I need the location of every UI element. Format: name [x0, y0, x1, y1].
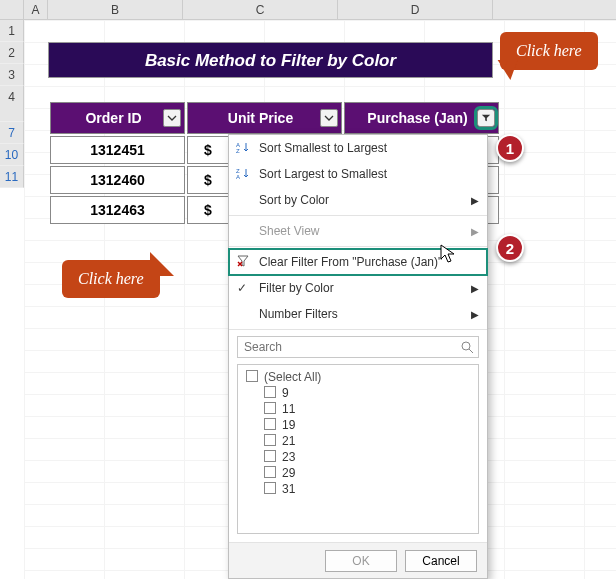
sort-asc-item[interactable]: AZ Sort Smallest to Largest: [229, 135, 487, 161]
ok-button[interactable]: OK: [325, 550, 397, 572]
col-header-a[interactable]: A: [24, 0, 48, 19]
menu-label: Number Filters: [259, 307, 338, 321]
row-header[interactable]: 1: [0, 20, 24, 42]
submenu-arrow-icon: ▶: [471, 226, 479, 237]
menu-button-bar: OK Cancel: [229, 542, 487, 578]
title-banner: Basic Method to Filter by Color: [48, 42, 493, 78]
col-header-b[interactable]: B: [48, 0, 183, 19]
callout-click-here-top: Click here: [500, 32, 598, 70]
filter-value-item[interactable]: 9: [242, 385, 474, 401]
row-header-col: 123471011: [0, 20, 24, 188]
header-unit-price: Unit Price: [187, 102, 342, 134]
check-icon: ✓: [237, 281, 247, 295]
callout-click-here-bottom: Click here: [62, 260, 160, 298]
cancel-button[interactable]: Cancel: [405, 550, 477, 572]
cell-order-id[interactable]: 1312460: [50, 166, 185, 194]
column-header-row: A B C D: [0, 0, 616, 20]
menu-label: Sort Largest to Smallest: [259, 167, 387, 181]
checkbox-icon[interactable]: [246, 370, 258, 382]
filter-button-order-id[interactable]: [163, 109, 181, 127]
submenu-arrow-icon: ▶: [471, 309, 479, 320]
filter-value-item[interactable]: (Select All): [242, 369, 474, 385]
menu-label: Filter by Color: [259, 281, 334, 295]
checkbox-icon[interactable]: [264, 482, 276, 494]
header-label: Unit Price: [228, 110, 293, 126]
svg-text:A: A: [236, 174, 240, 180]
checkbox-icon[interactable]: [264, 466, 276, 478]
sort-desc-icon: ZA: [235, 165, 251, 181]
filter-active-icon: [481, 113, 491, 123]
mouse-cursor-icon: [440, 244, 456, 264]
row-header[interactable]: 3: [0, 64, 24, 86]
submenu-arrow-icon: ▶: [471, 195, 479, 206]
sort-asc-icon: AZ: [235, 139, 251, 155]
filter-value-item[interactable]: 19: [242, 417, 474, 433]
filter-value-item[interactable]: 21: [242, 433, 474, 449]
search-icon: [460, 340, 474, 357]
row-header[interactable]: 4: [0, 86, 24, 122]
menu-label: Sort Smallest to Largest: [259, 141, 387, 155]
number-filters-item[interactable]: Number Filters ▶: [229, 301, 487, 327]
svg-point-4: [462, 342, 470, 350]
filter-context-menu: AZ Sort Smallest to Largest ZA Sort Larg…: [228, 134, 488, 579]
row-header[interactable]: 2: [0, 42, 24, 64]
menu-label: Clear Filter From "Purchase (Jan)": [259, 255, 442, 269]
filter-by-color-item[interactable]: ✓ Filter by Color ▶: [229, 275, 487, 301]
checkbox-icon[interactable]: [264, 434, 276, 446]
menu-separator: [229, 329, 487, 330]
filter-search-box[interactable]: [237, 336, 479, 358]
filter-button-purchase[interactable]: [477, 109, 495, 127]
select-all-corner[interactable]: [0, 0, 24, 19]
sort-by-color-item[interactable]: Sort by Color ▶: [229, 187, 487, 213]
checkbox-icon[interactable]: [264, 418, 276, 430]
sheet-view-item: Sheet View ▶: [229, 218, 487, 244]
col-header-c[interactable]: C: [183, 0, 338, 19]
svg-text:Z: Z: [236, 148, 240, 154]
row-header[interactable]: 7: [0, 122, 24, 144]
header-label: Order ID: [85, 110, 141, 126]
filter-value-item[interactable]: 29: [242, 465, 474, 481]
cell-order-id[interactable]: 1312451: [50, 136, 185, 164]
header-label: Purchase (Jan): [367, 110, 467, 126]
submenu-arrow-icon: ▶: [471, 283, 479, 294]
step-badge-2: 2: [496, 234, 524, 262]
row-header[interactable]: 11: [0, 166, 24, 188]
header-order-id: Order ID: [50, 102, 185, 134]
table-header-row: Order ID Unit Price Purchase (Jan): [50, 102, 499, 134]
checkbox-icon[interactable]: [264, 450, 276, 462]
checkbox-icon[interactable]: [264, 402, 276, 414]
col-header-d[interactable]: D: [338, 0, 493, 19]
menu-separator: [229, 215, 487, 216]
clear-filter-icon: [235, 253, 251, 269]
filter-values-tree[interactable]: (Select All)9111921232931: [237, 364, 479, 534]
sort-desc-item[interactable]: ZA Sort Largest to Smallest: [229, 161, 487, 187]
filter-value-item[interactable]: 31: [242, 481, 474, 497]
dropdown-icon: [167, 113, 177, 123]
row-header[interactable]: 10: [0, 144, 24, 166]
menu-label: Sheet View: [259, 224, 320, 238]
checkbox-icon[interactable]: [264, 386, 276, 398]
dropdown-icon: [324, 113, 334, 123]
filter-value-item[interactable]: 11: [242, 401, 474, 417]
filter-button-unit-price[interactable]: [320, 109, 338, 127]
header-purchase: Purchase (Jan): [344, 102, 499, 134]
menu-label: Sort by Color: [259, 193, 329, 207]
filter-value-item[interactable]: 23: [242, 449, 474, 465]
step-badge-1: 1: [496, 134, 524, 162]
search-input[interactable]: [238, 337, 478, 357]
cell-order-id[interactable]: 1312463: [50, 196, 185, 224]
